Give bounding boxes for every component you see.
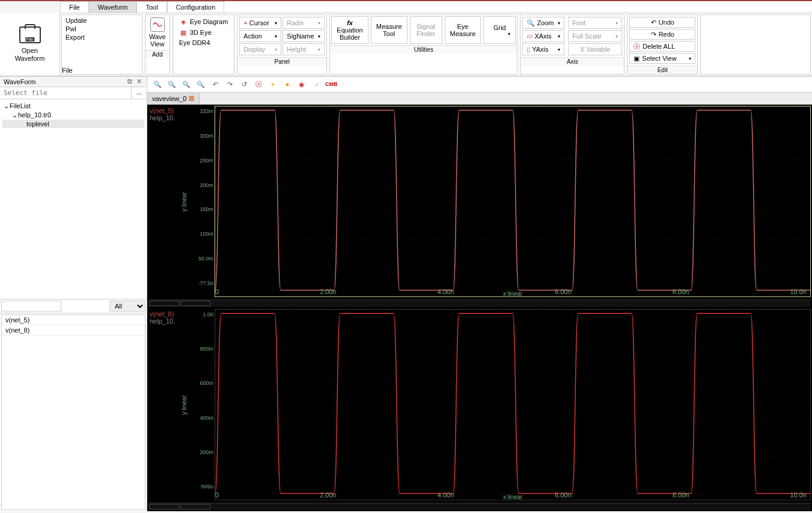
select-file-input[interactable] xyxy=(0,87,131,99)
cursor-button[interactable]: + Cursor▾ xyxy=(239,17,281,29)
plots-container: v(net_5) help_10. y:linear 333m300m250m2… xyxy=(147,105,812,511)
plot-1-ylabel: y:linear xyxy=(179,309,189,500)
add-group: Wave View Add xyxy=(145,14,170,75)
wave-tabs: vaveview_0 ⊠ xyxy=(147,93,812,105)
xaxis-button[interactable]: ▭ XAxis▾ xyxy=(522,30,564,42)
redo-button[interactable]: ↷Redo xyxy=(629,29,695,40)
plot-1-yaxis: 1.00800m600m400m200m-509u xyxy=(189,309,215,500)
tree-toplevel[interactable]: toplevel xyxy=(2,120,144,128)
plot-1-svg xyxy=(215,310,810,500)
reset-icon[interactable]: ↺ xyxy=(239,79,249,90)
equation-builder-button[interactable]: fxEquationBuilder xyxy=(331,16,368,44)
edit-group: ↶Undo ↷Redo ⓧDelete ALL ▣Select View▾ Ed… xyxy=(627,14,698,75)
wave-area: 🔍 🔍 🔍 🔍 ↶ ↷ ↺ ⓧ + ● ◉ ⟋ CMB vaveview_0 ⊠ xyxy=(147,76,812,511)
axis-group-label: Axis xyxy=(520,57,624,66)
display-button[interactable]: Display▾ xyxy=(239,43,281,55)
plot-1-xlabel: x:linear xyxy=(503,494,522,500)
eye-group: ◈Eye Diagram ▦3D Eye Eye DDR4 xyxy=(172,14,235,75)
add-group-label: Add xyxy=(145,50,169,58)
close-icon[interactable]: ✕ xyxy=(135,78,143,85)
file-tree[interactable]: ⌄FileList ⌄help_10.tr0 toplevel xyxy=(0,99,147,300)
plot-0-svg xyxy=(215,106,810,296)
measure-tool-button[interactable]: MeasureTool xyxy=(371,16,408,44)
3d-eye-button[interactable]: ▦3D Eye xyxy=(176,27,232,38)
cmb-label[interactable]: CMB xyxy=(325,81,338,87)
height-button[interactable]: Height▾ xyxy=(282,43,325,55)
plot-1-scroll[interactable] xyxy=(148,503,811,510)
undo-zoom-icon[interactable]: ↶ xyxy=(210,79,221,90)
eye-diagram-button[interactable]: ◈Eye Diagram xyxy=(176,16,232,27)
signal-finder-button[interactable]: SignalFinder xyxy=(410,16,442,44)
signal-vnet8[interactable]: v(net_8) xyxy=(2,325,145,336)
cancel-icon[interactable]: ⓧ xyxy=(253,79,264,90)
tree-file[interactable]: ⌄help_10.tr0 xyxy=(2,111,144,120)
file-icon xyxy=(19,26,41,43)
zoom-in-icon[interactable]: 🔍 xyxy=(166,79,177,90)
radix-button[interactable]: Radix▾ xyxy=(282,17,325,29)
redo-zoom-icon[interactable]: ↷ xyxy=(224,79,235,90)
yaxis-icon: ▯ xyxy=(527,46,530,53)
wave-view-button[interactable]: Wave View xyxy=(145,15,169,50)
x-variable-button[interactable]: X Variable xyxy=(568,43,622,55)
panel-group-label: Panel xyxy=(237,57,326,66)
menu-waveform[interactable]: Waveform xyxy=(89,1,137,13)
yaxis-button[interactable]: ▯ YAxis▾ xyxy=(522,43,564,55)
plot-0-canvas[interactable]: 02.00n4.00n6.00n8.00n10.0n x:linear xyxy=(215,106,811,297)
axis-group: 🔍 Zoom▾ ▭ XAxis▾ ▯ YAxis▾ Font▾ Full Sca… xyxy=(520,14,624,75)
wave-icon xyxy=(150,17,165,32)
filter-input[interactable] xyxy=(1,301,61,312)
xaxis-icon: ▭ xyxy=(527,32,533,40)
undo-button[interactable]: ↶Undo xyxy=(629,17,695,28)
delete-icon: ⓧ xyxy=(633,42,640,51)
menu-tool[interactable]: Tool xyxy=(136,1,166,13)
tree-root[interactable]: ⌄FileList xyxy=(2,102,144,111)
signame-button[interactable]: SigName▾ xyxy=(282,30,325,42)
ruler-icon[interactable]: ⟋ xyxy=(311,79,322,90)
font-button[interactable]: Font▾ xyxy=(568,17,622,29)
crosshair-icon[interactable]: + xyxy=(267,79,278,90)
file-update[interactable]: Update xyxy=(66,16,138,25)
file-export[interactable]: Export xyxy=(66,33,138,41)
signal-vnet5[interactable]: v(net_5) xyxy=(2,315,145,325)
plot-0[interactable]: v(net_5) help_10. y:linear 333m300m250m2… xyxy=(148,106,811,297)
wave-tab-0[interactable]: vaveview_0 ⊠ xyxy=(147,93,200,104)
filter-all-select[interactable]: All xyxy=(109,301,145,312)
plot-0-yaxis: 333m300m250m200m150m100m50.0m-77.5n xyxy=(189,106,215,297)
plot-1-canvas[interactable]: 02.00n4.00n6.00n8.00n10.0n x:linear xyxy=(215,309,811,500)
redo-icon: ↷ xyxy=(651,31,656,38)
marker1-icon[interactable]: ● xyxy=(282,79,293,90)
action-button[interactable]: Action▾ xyxy=(239,30,281,42)
zoom-button[interactable]: 🔍 Zoom▾ xyxy=(522,17,564,29)
plot-0-scroll[interactable] xyxy=(148,300,811,307)
plot-0-label: v(net_5) help_10. xyxy=(148,106,179,297)
plot-1[interactable]: v(net_8) help_10. y:linear 1.00800m600m4… xyxy=(148,309,811,500)
zoom-out-icon[interactable]: 🔍 xyxy=(152,79,163,90)
plot-1-label: v(net_8) help_10. xyxy=(148,309,179,500)
select-file-row: ... xyxy=(0,87,147,99)
utilities-group-label: Utilities xyxy=(330,45,517,54)
file-group-label: File xyxy=(62,67,142,74)
cube-icon: ▦ xyxy=(179,28,188,37)
menu-configuration[interactable]: Configuration xyxy=(167,1,224,13)
undo-icon: ↶ xyxy=(651,19,656,26)
open-waveform-button[interactable]: OpenWaveform xyxy=(0,13,60,76)
undock-icon[interactable]: ⧉ xyxy=(126,78,133,85)
select-view-button[interactable]: ▣Select View▾ xyxy=(629,53,695,64)
browse-button[interactable]: ... xyxy=(131,87,147,99)
open-waveform-label: OpenWaveform xyxy=(15,47,45,63)
file-pwl[interactable]: Pwl xyxy=(66,25,138,33)
zoom-y-icon[interactable]: 🔍 xyxy=(195,79,206,90)
plot-0-xlabel: x:linear xyxy=(503,290,522,297)
delete-all-button[interactable]: ⓧDelete ALL xyxy=(629,41,695,52)
zoom-x-icon[interactable]: 🔍 xyxy=(181,79,192,90)
menu-file[interactable]: File xyxy=(60,1,89,13)
eye-measure-button[interactable]: EyeMeasure xyxy=(445,16,481,44)
panel-group: + Cursor▾ Radix▾ Action▾ SigName▾ Displa… xyxy=(237,14,327,75)
grid-button[interactable]: Grid▾ xyxy=(483,16,516,44)
eye-ddr4-button[interactable]: Eye DDR4 xyxy=(176,38,232,48)
sidebar: WaveForm ⧉ ✕ ... ⌄FileList ⌄help_10.tr0 … xyxy=(0,76,147,511)
filter-row: All xyxy=(0,300,147,313)
marker2-icon[interactable]: ◉ xyxy=(296,79,307,90)
full-scale-button[interactable]: Full Scale▾ xyxy=(568,30,622,42)
tab-close-icon[interactable]: ⊠ xyxy=(189,94,194,102)
